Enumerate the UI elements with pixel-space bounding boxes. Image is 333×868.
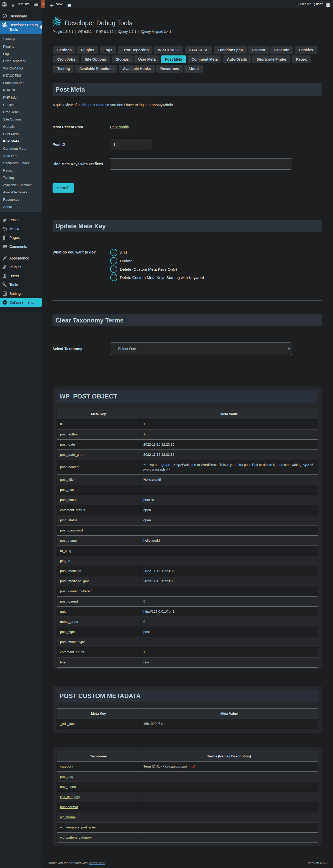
svg-text:W: W (3, 2, 6, 6)
svg-text:W: W (4, 24, 6, 27)
svg-text:W: W (55, 21, 59, 25)
